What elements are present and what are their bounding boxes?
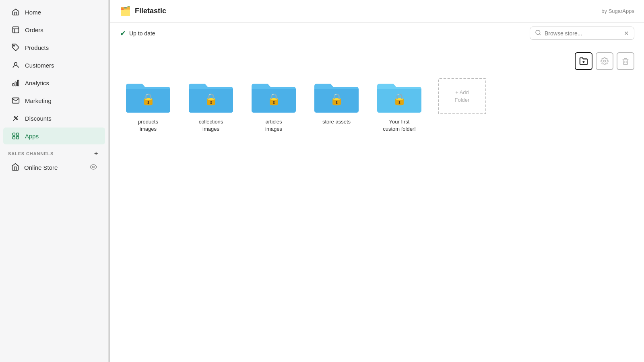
svg-point-13	[536, 30, 540, 35]
svg-rect-4	[15, 82, 16, 86]
svg-rect-11	[17, 137, 19, 139]
content-area: 🔒 productsimages 🔒 collectionsimages	[110, 44, 644, 362]
svg-rect-5	[17, 80, 19, 86]
svg-text:🔒: 🔒	[204, 93, 218, 106]
online-store-icon	[11, 163, 19, 172]
sidebar-item-customers[interactable]: Customers	[3, 57, 105, 74]
svg-point-1	[14, 45, 15, 47]
marketing-icon	[11, 96, 20, 105]
search-icon	[535, 29, 541, 37]
sidebar-item-discounts[interactable]: Discounts	[3, 110, 105, 127]
search-input[interactable]	[545, 30, 621, 37]
status-text: Up to date	[129, 30, 155, 37]
svg-point-7	[16, 119, 17, 120]
add-sales-channel-button[interactable]: +	[92, 150, 100, 158]
folder-collections-images[interactable]: 🔒 collectionsimages	[183, 78, 239, 133]
new-folder-button[interactable]	[575, 52, 592, 70]
clear-search-button[interactable]: ✕	[624, 30, 629, 37]
folder-articles-images[interactable]: 🔒 articlesimages	[246, 78, 302, 133]
svg-text:🔒: 🔒	[267, 93, 281, 106]
products-icon	[11, 43, 20, 52]
folder-grid: 🔒 productsimages 🔒 collectionsimages	[120, 78, 634, 133]
analytics-icon	[11, 78, 20, 87]
sidebar-label-customers: Customers	[25, 62, 54, 69]
folder-label-collections-images: collectionsimages	[199, 118, 223, 133]
svg-rect-9	[17, 133, 19, 136]
sidebar-label-orders: Orders	[25, 27, 43, 33]
folder-icon-products: 🔒	[124, 78, 172, 114]
folder-label-store-assets: store assets	[322, 118, 351, 125]
folder-first-custom[interactable]: 🔒 Your firstcustom folder!	[371, 78, 427, 133]
folder-store-assets[interactable]: 🔒 store assets	[308, 78, 365, 125]
svg-point-6	[14, 117, 15, 118]
eye-icon[interactable]	[90, 163, 97, 172]
sidebar-item-products[interactable]: Products	[3, 39, 105, 56]
sidebar-label-products: Products	[25, 44, 49, 51]
sidebar-item-apps[interactable]: Apps	[3, 128, 105, 144]
svg-point-16	[604, 60, 606, 62]
apps-icon	[11, 132, 20, 140]
sidebar-label-discounts: Discounts	[25, 115, 52, 122]
svg-text:🔒: 🔒	[330, 93, 344, 106]
sidebar-item-marketing[interactable]: Marketing	[3, 92, 105, 109]
toolbar-bar: ✔ Up to date ✕	[110, 23, 644, 44]
sidebar-item-online-store[interactable]: Online Store	[3, 160, 105, 175]
svg-text:🔒: 🔒	[141, 93, 155, 106]
sales-channels-section: SALES CHANNELS +	[0, 145, 108, 159]
folder-icon-articles: 🔒	[250, 78, 298, 114]
sidebar-label-apps: Apps	[25, 133, 39, 140]
orders-icon	[11, 25, 20, 34]
folder-actions	[120, 52, 634, 70]
add-folder-label: + AddFolder	[455, 88, 470, 104]
app-title: Filetastic	[135, 7, 166, 15]
svg-text:🔒: 🔒	[392, 93, 407, 106]
folder-products-images[interactable]: 🔒 productsimages	[120, 78, 176, 133]
app-header: 🗂️ Filetastic by SugarApps	[110, 0, 644, 23]
app-icon: 🗂️	[120, 6, 131, 16]
discounts-icon	[11, 114, 20, 123]
delete-folder-button[interactable]	[617, 52, 634, 70]
customers-icon	[11, 61, 20, 70]
folder-icon-first-custom: 🔒	[375, 78, 423, 114]
by-label: by SugarApps	[601, 8, 634, 14]
folder-label-articles-images: articlesimages	[265, 118, 282, 133]
search-box[interactable]: ✕	[530, 27, 634, 40]
svg-point-2	[14, 62, 17, 65]
svg-rect-0	[13, 27, 19, 33]
folder-icon-store-assets: 🔒	[312, 78, 361, 114]
main-content: 🗂️ Filetastic by SugarApps ✔ Up to date …	[110, 0, 644, 362]
folder-settings-button[interactable]	[596, 52, 613, 70]
sidebar-label-marketing: Marketing	[25, 97, 52, 104]
sidebar-item-orders[interactable]: Orders	[3, 21, 105, 38]
folder-label-first-custom: Your firstcustom folder!	[383, 118, 416, 133]
app-title-row: 🗂️ Filetastic	[120, 6, 166, 16]
folder-label-products-images: productsimages	[138, 118, 158, 133]
online-store-label: Online Store	[24, 164, 58, 171]
svg-rect-10	[13, 137, 15, 139]
check-icon: ✔	[120, 29, 126, 38]
add-folder-box[interactable]: + AddFolder	[438, 78, 486, 114]
home-icon	[11, 8, 20, 16]
sidebar-item-home[interactable]: Home	[3, 4, 105, 21]
sidebar-label-home: Home	[25, 9, 41, 16]
sidebar-item-analytics[interactable]: Analytics	[3, 74, 105, 91]
status-row: ✔ Up to date	[120, 29, 155, 38]
svg-point-12	[93, 166, 95, 168]
svg-rect-8	[13, 133, 15, 136]
folder-icon-collections: 🔒	[187, 78, 235, 114]
add-folder-item[interactable]: + AddFolder	[434, 78, 490, 114]
svg-rect-3	[13, 84, 14, 86]
sidebar-label-analytics: Analytics	[25, 80, 49, 86]
sidebar: Home Orders Products Customers Analytics…	[0, 0, 109, 362]
